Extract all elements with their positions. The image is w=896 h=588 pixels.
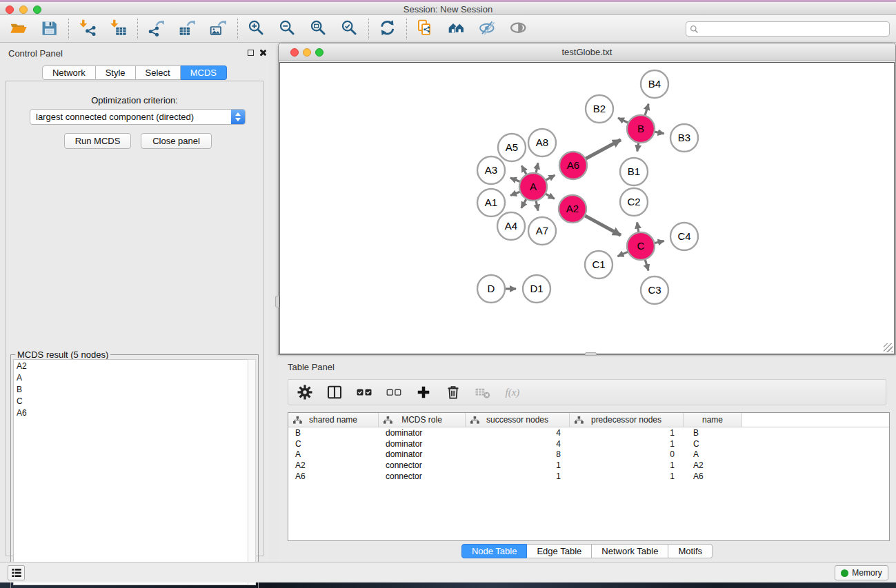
- table-cell[interactable]: 1: [466, 460, 570, 470]
- graph-edge-A-A5[interactable]: [521, 165, 526, 174]
- graph-node-C[interactable]: C: [627, 232, 655, 260]
- copy-network-button[interactable]: [416, 19, 435, 39]
- mcds-result-item[interactable]: B: [14, 383, 251, 395]
- table-row[interactable]: Cdominator41C: [288, 438, 889, 449]
- graph-node-A2[interactable]: A2: [559, 195, 586, 223]
- mcds-result-item[interactable]: A2: [14, 360, 251, 372]
- import-network-button[interactable]: [78, 19, 97, 39]
- graph-node-C3[interactable]: C3: [641, 276, 668, 304]
- tab-network-table[interactable]: Network Table: [592, 544, 668, 558]
- table-cell[interactable]: 4: [466, 439, 570, 449]
- hide-selected-button[interactable]: [478, 19, 497, 39]
- graph-node-A7[interactable]: A7: [528, 217, 556, 245]
- graph-node-C4[interactable]: C4: [670, 223, 698, 250]
- table-cell[interactable]: 4: [466, 428, 570, 438]
- graph-node-C2[interactable]: C2: [620, 188, 648, 216]
- graph-node-C1[interactable]: C1: [585, 251, 613, 278]
- graph-edge-A6-B[interactable]: [586, 140, 621, 159]
- column-header-shared-name[interactable]: shared name: [288, 413, 379, 427]
- column-settings-button[interactable]: [295, 383, 315, 402]
- table-cell[interactable]: 1: [570, 428, 684, 438]
- table-cell[interactable]: 1: [570, 460, 684, 470]
- graph-node-A1[interactable]: A1: [477, 189, 505, 216]
- delete-columns-button[interactable]: [444, 383, 463, 402]
- mcds-result-item[interactable]: C: [14, 395, 251, 407]
- table-cell[interactable]: A6: [684, 472, 742, 481]
- graph-node-B4[interactable]: B4: [641, 70, 668, 98]
- mcds-result-item[interactable]: A6: [14, 407, 251, 418]
- table-cell[interactable]: C: [288, 439, 379, 449]
- column-header-MCDS-role[interactable]: MCDS role: [379, 413, 466, 427]
- zoom-selected-button[interactable]: [340, 19, 359, 39]
- table-cell[interactable]: 1: [466, 472, 570, 481]
- graph-node-D1[interactable]: D1: [523, 275, 550, 303]
- graph-edge-B-B3[interactable]: [655, 132, 664, 134]
- first-neighbors-button[interactable]: [447, 19, 466, 39]
- graph-node-A6[interactable]: A6: [559, 152, 587, 179]
- graph-edge-C-C2[interactable]: [637, 223, 639, 233]
- tab-mcds[interactable]: MCDS: [181, 65, 227, 80]
- table-cell[interactable]: 1: [570, 472, 684, 481]
- graph-edge-C-C4[interactable]: [655, 241, 664, 243]
- show-all-columns-button[interactable]: [355, 383, 374, 402]
- table-row[interactable]: Adominator80A: [288, 449, 889, 460]
- float-panel-icon[interactable]: [248, 50, 254, 56]
- search-input[interactable]: [699, 23, 889, 35]
- graph-edge-B-B1[interactable]: [637, 143, 639, 152]
- export-network-button[interactable]: [147, 19, 166, 39]
- graph-node-A4[interactable]: A4: [497, 212, 525, 240]
- table-cell[interactable]: dominator: [379, 428, 466, 438]
- graph-edge-A-A1[interactable]: [510, 192, 520, 195]
- graph-edge-B-B4[interactable]: [645, 104, 648, 116]
- table-cell[interactable]: dominator: [379, 449, 466, 459]
- table-row[interactable]: Bdominator41B: [288, 427, 889, 438]
- task-history-button[interactable]: [8, 565, 25, 580]
- table-cell[interactable]: dominator: [379, 439, 466, 449]
- table-cell[interactable]: B: [684, 428, 742, 438]
- memory-button[interactable]: Memory: [835, 565, 888, 580]
- split-view-button[interactable]: [325, 383, 344, 402]
- graph-edge-A-A3[interactable]: [510, 178, 521, 182]
- graph-edge-A-A4[interactable]: [521, 199, 527, 207]
- save-session-button[interactable]: [40, 19, 59, 39]
- graph-edge-A-A8[interactable]: [536, 163, 538, 173]
- graph-edge-A-A6[interactable]: [546, 175, 555, 181]
- result-list-scrollbar[interactable]: [248, 359, 256, 585]
- network-canvas[interactable]: AA1A2A3A4A5A6A7A8BB1B2B3B4CC1C2C3C4DD1: [279, 62, 895, 354]
- graph-node-A5[interactable]: A5: [498, 134, 526, 161]
- graph-node-A3[interactable]: A3: [477, 156, 505, 184]
- table-cell[interactable]: 8: [466, 449, 570, 459]
- table-cell[interactable]: A2: [684, 460, 742, 470]
- table-cell[interactable]: connector: [379, 460, 466, 470]
- tab-edge-table[interactable]: Edge Table: [527, 544, 592, 558]
- graph-edge-A2-C[interactable]: [585, 216, 621, 236]
- table-cell[interactable]: 1: [570, 439, 684, 449]
- tab-node-table[interactable]: Node Table: [461, 544, 528, 558]
- graph-edge-C-C1[interactable]: [617, 252, 628, 256]
- tab-select[interactable]: Select: [136, 65, 181, 80]
- table-cell[interactable]: 0: [570, 449, 684, 459]
- zoom-out-button[interactable]: [278, 19, 297, 39]
- criterion-dropdown[interactable]: largest connected component (directed): [30, 109, 246, 125]
- graph-edge-B-B2[interactable]: [618, 118, 628, 123]
- tab-network[interactable]: Network: [42, 65, 96, 80]
- table-cell[interactable]: A2: [288, 460, 379, 470]
- network-hscroll-thumb[interactable]: [585, 352, 597, 356]
- graph-edge-A-A7[interactable]: [536, 201, 538, 211]
- network-window-titlebar[interactable]: testGlobe.txt: [279, 43, 895, 61]
- mcds-result-item[interactable]: A: [14, 372, 251, 383]
- export-table-button[interactable]: [178, 19, 197, 39]
- export-image-button[interactable]: [209, 19, 228, 39]
- apply-layout-button[interactable]: [378, 19, 397, 39]
- tab-style[interactable]: Style: [96, 65, 136, 80]
- network-vscroll-thumb[interactable]: [275, 296, 279, 307]
- run-mcds-button[interactable]: Run MCDS: [64, 133, 131, 149]
- graph-node-B2[interactable]: B2: [586, 95, 613, 123]
- tab-motifs[interactable]: Motifs: [668, 544, 713, 558]
- hide-all-columns-button[interactable]: [384, 383, 404, 402]
- close-panel-button[interactable]: Close panel: [141, 133, 212, 149]
- graph-node-B3[interactable]: B3: [670, 124, 698, 152]
- column-header-successor-nodes[interactable]: successor nodes: [466, 413, 570, 427]
- zoom-in-button[interactable]: [247, 19, 266, 39]
- open-session-button[interactable]: [9, 19, 28, 39]
